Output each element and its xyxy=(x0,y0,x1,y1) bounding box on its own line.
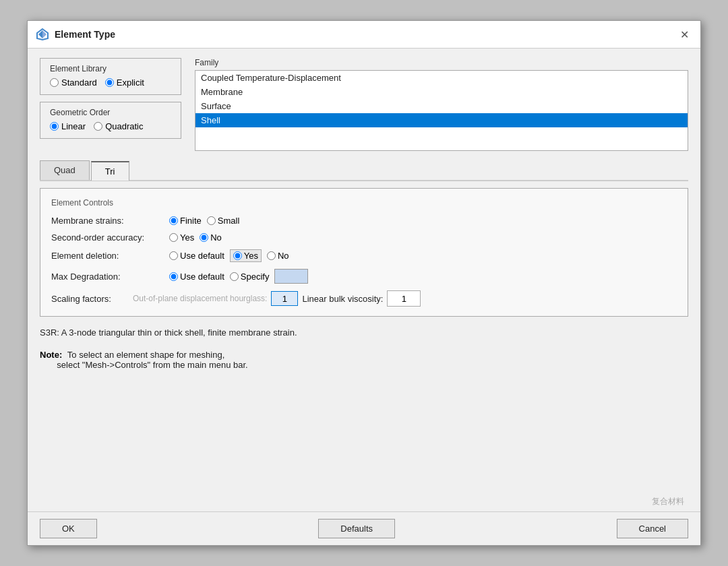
deletion-no-radio[interactable] xyxy=(267,251,276,260)
defaults-button[interactable]: Defaults xyxy=(318,519,395,538)
dialog-title: Element Type xyxy=(55,29,115,40)
family-list-container[interactable]: Coupled Temperature-Displacement Membran… xyxy=(195,70,688,151)
element-library-box: Element Library Standard Explicit xyxy=(40,58,181,95)
dialog-body: Element Library Standard Explicit Geomet xyxy=(28,49,700,511)
explicit-label: Explicit xyxy=(117,77,144,88)
max-degradation-options: Use default Specify xyxy=(169,269,308,284)
app-icon xyxy=(36,28,49,41)
membrane-strains-options: Finite Small xyxy=(169,216,239,226)
specify-input-box xyxy=(274,269,308,284)
footer-center: Defaults xyxy=(318,519,395,538)
family-item-coupled[interactable]: Coupled Temperature-Displacement xyxy=(195,71,688,85)
standard-option[interactable]: Standard xyxy=(50,77,97,88)
second-order-label: Second-order accuracy: xyxy=(51,232,162,243)
geometric-order-options: Linear Quadratic xyxy=(50,121,171,131)
explicit-radio[interactable] xyxy=(105,78,114,87)
tab-tri[interactable]: Tri xyxy=(91,161,129,181)
finite-label: Finite xyxy=(180,216,202,226)
membrane-strains-row: Membrane strains: Finite Small xyxy=(51,216,677,226)
degradation-usedefault-option[interactable]: Use default xyxy=(169,272,224,282)
quadratic-radio[interactable] xyxy=(94,122,102,131)
deletion-no-option[interactable]: No xyxy=(267,251,289,261)
quadratic-option[interactable]: Quadratic xyxy=(94,121,143,131)
max-degradation-row: Max Degradation: Use default Specify xyxy=(51,269,677,284)
element-controls-box: Element Controls Membrane strains: Finit… xyxy=(40,188,688,317)
geometric-order-title: Geometric Order xyxy=(50,108,171,117)
element-description: S3R: A 3-node triangular thin or thick s… xyxy=(40,327,688,338)
finite-radio[interactable] xyxy=(169,216,178,225)
hourglass-input[interactable] xyxy=(271,291,298,306)
explicit-option[interactable]: Explicit xyxy=(105,77,144,88)
footer-left: OK xyxy=(40,519,97,538)
tabs-row: Quad Tri xyxy=(40,160,688,181)
small-radio[interactable] xyxy=(207,216,216,225)
scaling-factors-label: Scaling factors: xyxy=(51,294,129,304)
second-order-no-radio[interactable] xyxy=(200,233,208,242)
family-section: Family Coupled Temperature-Displacement … xyxy=(195,58,688,151)
deletion-yes-radio[interactable] xyxy=(233,251,242,260)
tab-quad[interactable]: Quad xyxy=(40,160,90,180)
degradation-specify-label: Specify xyxy=(241,272,270,282)
second-order-yes-label: Yes xyxy=(180,232,194,243)
deletion-usedefault-label: Use default xyxy=(180,251,224,261)
quadratic-label: Quadratic xyxy=(105,121,143,131)
element-library-title: Element Library xyxy=(50,64,171,73)
scaling-factors-row: Scaling factors: Out-of-plane displaceme… xyxy=(51,290,677,307)
geometric-order-box: Geometric Order Linear Quadratic xyxy=(40,102,181,139)
second-order-no-option[interactable]: No xyxy=(200,232,222,243)
deletion-usedefault-radio[interactable] xyxy=(169,251,178,260)
linear-label: Linear xyxy=(61,121,86,131)
family-item-membrane[interactable]: Membrane xyxy=(195,85,688,99)
small-option[interactable]: Small xyxy=(207,216,240,226)
degradation-specify-radio[interactable] xyxy=(230,272,239,281)
degradation-usedefault-label: Use default xyxy=(180,272,224,282)
linear-radio[interactable] xyxy=(50,122,59,131)
element-controls-title: Element Controls xyxy=(51,198,677,208)
second-order-row: Second-order accuracy: Yes No xyxy=(51,232,677,243)
membrane-strains-label: Membrane strains: xyxy=(51,216,162,226)
deletion-yes-option[interactable]: Yes xyxy=(230,249,262,262)
second-order-yes-option[interactable]: Yes xyxy=(169,232,194,243)
second-order-no-label: No xyxy=(210,232,222,243)
degradation-usedefault-radio[interactable] xyxy=(169,272,178,281)
element-deletion-row: Element deletion: Use default Yes No xyxy=(51,249,677,262)
note-label: Note: xyxy=(40,350,62,360)
hourglass-label: Out-of-plane displacement hourglass: xyxy=(133,294,267,303)
viscosity-label: Linear bulk viscosity: xyxy=(302,294,383,304)
finite-option[interactable]: Finite xyxy=(169,216,202,226)
standard-radio[interactable] xyxy=(50,78,59,87)
second-order-options: Yes No xyxy=(169,232,222,243)
deletion-usedefault-option[interactable]: Use default xyxy=(169,251,224,261)
viscosity-input[interactable] xyxy=(387,290,421,307)
note-section: Note: To select an element shape for mes… xyxy=(40,350,688,370)
deletion-yes-label: Yes xyxy=(244,251,258,261)
family-list: Coupled Temperature-Displacement Membran… xyxy=(195,71,688,127)
footer-right: Cancel xyxy=(617,519,688,538)
family-item-surface[interactable]: Surface xyxy=(195,99,688,113)
top-section: Element Library Standard Explicit Geomet xyxy=(40,58,688,151)
small-label: Small xyxy=(218,216,240,226)
family-item-shell[interactable]: Shell xyxy=(195,113,688,127)
cancel-button[interactable]: Cancel xyxy=(617,519,688,538)
note-text: To select an element shape for meshing, … xyxy=(40,350,248,370)
element-deletion-label: Element deletion: xyxy=(51,251,162,261)
deletion-no-label: No xyxy=(278,251,289,261)
standard-label: Standard xyxy=(61,77,97,88)
linear-option[interactable]: Linear xyxy=(50,121,86,131)
max-degradation-label: Max Degradation: xyxy=(51,272,162,282)
family-label: Family xyxy=(195,58,688,67)
title-bar: Element Type ✕ xyxy=(28,21,700,49)
element-deletion-options: Use default Yes No xyxy=(169,249,289,262)
close-button[interactable]: ✕ xyxy=(676,26,692,42)
degradation-specify-option[interactable]: Specify xyxy=(230,272,270,282)
title-bar-left: Element Type xyxy=(36,28,115,41)
second-order-yes-radio[interactable] xyxy=(169,233,178,242)
element-type-dialog: Element Type ✕ Element Library Standard xyxy=(27,20,701,546)
ok-button[interactable]: OK xyxy=(40,519,97,538)
footer: OK Defaults Cancel xyxy=(28,511,700,545)
element-library-options: Standard Explicit xyxy=(50,77,171,88)
